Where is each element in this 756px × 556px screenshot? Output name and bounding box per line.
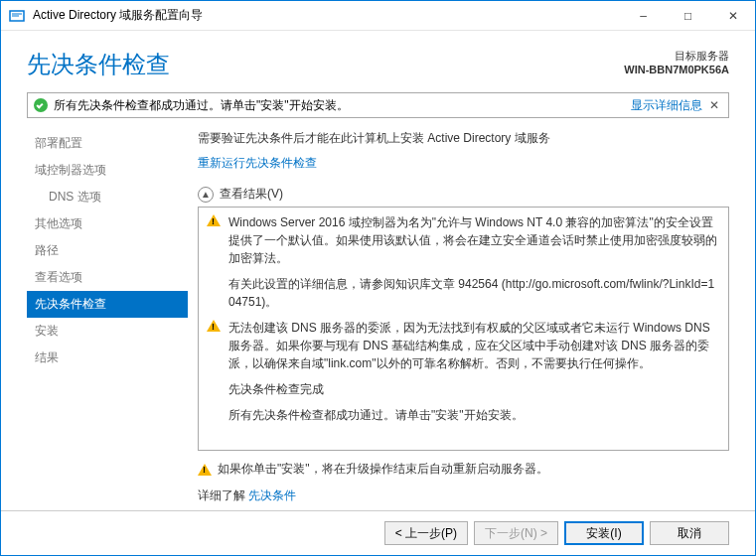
sidebar-item-4[interactable]: 路径 [27, 237, 188, 264]
learn-prefix: 详细了解 [198, 488, 248, 502]
sidebar-item-0[interactable]: 部署配置 [27, 130, 188, 157]
result-text: 先决条件检查完成 [228, 380, 720, 398]
install-button[interactable]: 安装(I) [564, 521, 644, 545]
check-icon [207, 406, 223, 424]
result-text: 无法创建该 DNS 服务器的委派，因为无法找到有权威的父区域或者它未运行 Win… [228, 319, 720, 372]
main-description: 需要验证先决条件后才能在此计算机上安装 Active Directory 域服务 [198, 130, 729, 147]
check-icon [34, 98, 48, 112]
maximize-button[interactable]: □ [666, 1, 710, 30]
result-text: 有关此设置的详细信息，请参阅知识库文章 942564 (http://go.mi… [228, 275, 720, 311]
result-text: Windows Server 2016 域控制器为名为"允许与 Windows … [228, 213, 720, 267]
footer-warning-text: 如果你单击"安装"，将在升级操作结束后自动重新启动服务器。 [218, 461, 548, 478]
chevron-up-icon[interactable]: ▲ [198, 187, 214, 203]
sidebar-item-6: 先决条件检查 [27, 291, 188, 318]
footer-warning: 如果你单击"安装"，将在升级操作结束后自动重新启动服务器。 [198, 461, 729, 478]
sidebar-item-7[interactable]: 安装 [27, 318, 188, 345]
result-row-2: 无法创建该 DNS 服务器的委派，因为无法找到有权威的父区域或者它未运行 Win… [207, 319, 720, 372]
prev-button[interactable]: < 上一步(P) [384, 521, 468, 545]
learn-more-link[interactable]: 先决条件 [248, 487, 296, 504]
main-panel: 需要验证先决条件后才能在此计算机上安装 Active Directory 域服务… [188, 128, 755, 510]
cancel-button[interactable]: 取消 [650, 521, 729, 545]
sidebar-item-2[interactable]: DNS 选项 [27, 184, 188, 210]
result-text: 所有先决条件检查都成功通过。请单击"安装"开始安装。 [228, 406, 720, 424]
show-details-link[interactable]: 显示详细信息 [631, 97, 702, 114]
sidebar-item-8[interactable]: 结果 [27, 345, 188, 371]
learn-more: 详细了解 先决条件 [198, 487, 729, 504]
page-title: 先决条件检查 [27, 49, 624, 80]
sidebar-item-1[interactable]: 域控制器选项 [27, 157, 188, 184]
results-box[interactable]: Windows Server 2016 域控制器为名为"允许与 Windows … [198, 207, 729, 451]
target-server-box: 目标服务器 WIN-BBN7M0PK56A [624, 49, 729, 75]
banner-close-icon[interactable]: ✕ [706, 98, 722, 112]
warning-icon [207, 319, 223, 372]
titlebar: Active Directory 域服务配置向导 – □ ✕ [1, 1, 755, 31]
banner-text: 所有先决条件检查都成功通过。请单击"安装"开始安装。 [54, 97, 631, 114]
window-title: Active Directory 域服务配置向导 [33, 7, 621, 24]
results-header-label: 查看结果(V) [220, 186, 283, 203]
close-button[interactable]: ✕ [710, 1, 755, 30]
page-header: 先决条件检查 目标服务器 WIN-BBN7M0PK56A [1, 31, 755, 92]
spacer [207, 275, 223, 311]
check-icon [207, 380, 223, 398]
results-header: ▲ 查看结果(V) [198, 186, 729, 203]
next-button: 下一步(N) > [474, 521, 558, 545]
target-server-name: WIN-BBN7M0PK56A [624, 64, 729, 75]
app-icon [9, 8, 25, 24]
warning-icon [207, 213, 223, 267]
result-row-0: Windows Server 2016 域控制器为名为"允许与 Windows … [207, 213, 720, 267]
warning-icon [198, 464, 212, 476]
sidebar-item-5[interactable]: 查看选项 [27, 264, 188, 291]
rerun-check-link[interactable]: 重新运行先决条件检查 [198, 155, 729, 172]
button-bar: < 上一步(P) 下一步(N) > 安装(I) 取消 [1, 510, 755, 555]
status-banner: 所有先决条件检查都成功通过。请单击"安装"开始安装。 显示详细信息 ✕ [27, 92, 729, 118]
result-row-1: 有关此设置的详细信息，请参阅知识库文章 942564 (http://go.mi… [207, 275, 720, 311]
result-row-4: 所有先决条件检查都成功通过。请单击"安装"开始安装。 [207, 406, 720, 424]
minimize-button[interactable]: – [621, 1, 666, 30]
sidebar-item-3[interactable]: 其他选项 [27, 210, 188, 237]
target-label: 目标服务器 [624, 49, 729, 64]
result-row-3: 先决条件检查完成 [207, 380, 720, 398]
wizard-sidebar: 部署配置域控制器选项DNS 选项其他选项路径查看选项先决条件检查安装结果 [27, 128, 188, 510]
